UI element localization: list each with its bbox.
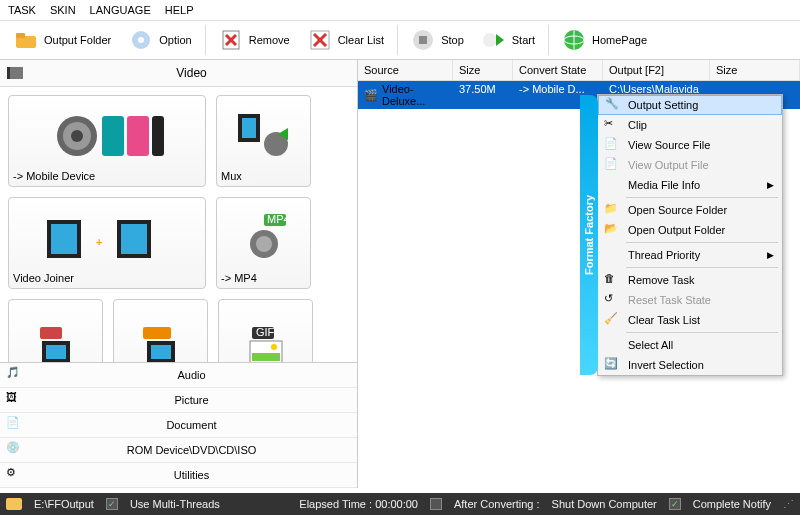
menu-separator	[626, 267, 778, 268]
menu-separator	[626, 242, 778, 243]
tile-mobile-device[interactable]: -> Mobile Device	[8, 95, 206, 187]
separator	[397, 25, 398, 55]
tile-image: +	[13, 202, 201, 272]
menu-item-label: Select All	[628, 339, 673, 351]
after-converting-checkbox[interactable]	[430, 498, 442, 510]
svg-point-37	[256, 236, 272, 252]
menu-item-view_source[interactable]: 📄View Source File	[598, 135, 782, 155]
left-panel: Video -> Mobile Device Mux + Video Joine…	[0, 60, 358, 488]
svg-point-3	[138, 37, 144, 43]
open_output_folder-icon: 📂	[604, 222, 620, 238]
statusbar: E:\FFOutput Use Multi-Threads Elapsed Ti…	[0, 493, 800, 515]
category-header-video[interactable]: Video	[0, 60, 357, 87]
menu-item-invert[interactable]: 🔄Invert Selection	[598, 355, 782, 375]
stop-icon	[411, 28, 435, 52]
separator	[548, 25, 549, 55]
menu-item-reset_task: ↺Reset Task State	[598, 290, 782, 310]
svg-rect-24	[152, 116, 164, 156]
table-header: Source Size Convert State Output [F2] Si…	[358, 60, 800, 81]
clear-list-button[interactable]: Clear List	[300, 25, 392, 55]
tile-mux[interactable]: Mux	[216, 95, 311, 187]
folder-icon	[6, 498, 22, 510]
complete-notify-label: Complete Notify	[693, 498, 771, 510]
remove_task-icon: 🗑	[604, 272, 620, 288]
tile-mkv[interactable]	[8, 299, 103, 362]
menu-item-label: Remove Task	[628, 274, 694, 286]
menu-item-clip[interactable]: ✂Clip	[598, 115, 782, 135]
tile-webm[interactable]	[113, 299, 208, 362]
menu-item-thread_priority[interactable]: Thread Priority▶	[598, 245, 782, 265]
stop-button[interactable]: Stop	[403, 25, 472, 55]
svg-rect-47	[252, 353, 280, 361]
start-button[interactable]: Start	[474, 25, 543, 55]
separator	[205, 25, 206, 55]
output-path[interactable]: E:\FFOutput	[34, 498, 94, 510]
col-size[interactable]: Size	[453, 60, 513, 80]
menu-language[interactable]: LANGUAGE	[90, 4, 151, 16]
menu-item-media_info[interactable]: Media File Info▶	[598, 175, 782, 195]
video-icon	[6, 64, 24, 82]
col-output[interactable]: Output [F2]	[603, 60, 710, 80]
multi-threads-label: Use Multi-Threads	[130, 498, 220, 510]
submenu-arrow-icon: ▶	[767, 250, 774, 260]
svg-rect-38	[40, 327, 62, 339]
menu-item-select_all[interactable]: Select All	[598, 335, 782, 355]
category-audio[interactable]: 🎵Audio	[0, 363, 357, 388]
option-button[interactable]: Option	[121, 25, 199, 55]
btn-label: Stop	[441, 34, 464, 46]
svg-text:MP4: MP4	[267, 213, 290, 225]
category-document[interactable]: 📄Document	[0, 413, 357, 438]
category-picture[interactable]: 🖼Picture	[0, 388, 357, 413]
tile-caption: Mux	[221, 170, 306, 182]
category-rom[interactable]: 💿ROM Device\DVD\CD\ISO	[0, 438, 357, 463]
menu-item-output_setting[interactable]: 🔧Output Setting	[598, 95, 782, 115]
output-folder-button[interactable]: Output Folder	[6, 25, 119, 55]
homepage-button[interactable]: HomePage	[554, 25, 655, 55]
menu-item-label: View Output File	[628, 159, 709, 171]
globe-icon	[562, 28, 586, 52]
svg-marker-13	[496, 34, 504, 46]
menu-item-clear_task_list[interactable]: 🧹Clear Task List	[598, 310, 782, 330]
after-converting-value[interactable]: Shut Down Computer	[552, 498, 657, 510]
menu-item-open_output_folder[interactable]: 📂Open Output Folder	[598, 220, 782, 240]
svg-rect-1	[16, 33, 25, 38]
tile-area: -> Mobile Device Mux + Video Joiner MP4 …	[0, 87, 357, 362]
menu-item-view_output: 📄View Output File	[598, 155, 782, 175]
col-size2[interactable]: Size	[710, 60, 800, 80]
remove-button[interactable]: Remove	[211, 25, 298, 55]
picture-icon: 🖼	[6, 391, 24, 409]
document-icon: 📄	[6, 416, 24, 434]
col-source[interactable]: Source	[358, 60, 453, 80]
svg-rect-40	[46, 345, 66, 359]
col-state[interactable]: Convert State	[513, 60, 603, 80]
disc-icon: 💿	[6, 441, 24, 459]
menu-help[interactable]: HELP	[165, 4, 194, 16]
remove-icon	[219, 28, 243, 52]
category-utilities[interactable]: ⚙Utilities	[0, 463, 357, 488]
multi-threads-checkbox[interactable]	[106, 498, 118, 510]
menu-item-open_source_folder[interactable]: 📁Open Source Folder	[598, 200, 782, 220]
tile-gif[interactable]: GIF	[218, 299, 313, 362]
menu-item-label: Thread Priority	[628, 249, 700, 261]
menu-item-label: Media File Info	[628, 179, 700, 191]
menu-item-label: Invert Selection	[628, 359, 704, 371]
menu-item-label: Open Output Folder	[628, 224, 725, 236]
view_source-icon: 📄	[604, 137, 620, 153]
tile-image: MP4	[221, 202, 306, 272]
menu-task[interactable]: TASK	[8, 4, 36, 16]
start-icon	[482, 28, 506, 52]
tile-image	[118, 304, 203, 362]
tile-image	[13, 304, 98, 362]
resize-grip[interactable]: ⋰	[783, 498, 794, 511]
thread_priority-icon	[604, 247, 620, 263]
btn-label: HomePage	[592, 34, 647, 46]
menu-skin[interactable]: SKIN	[50, 4, 76, 16]
tile-video-joiner[interactable]: + Video Joiner	[8, 197, 206, 289]
tile-mp4[interactable]: MP4 -> MP4	[216, 197, 311, 289]
after-converting-label: After Converting :	[454, 498, 540, 510]
menu-item-label: Reset Task State	[628, 294, 711, 306]
menu-item-remove_task[interactable]: 🗑Remove Task	[598, 270, 782, 290]
btn-label: Remove	[249, 34, 290, 46]
complete-notify-checkbox[interactable]	[669, 498, 681, 510]
clear-icon	[308, 28, 332, 52]
